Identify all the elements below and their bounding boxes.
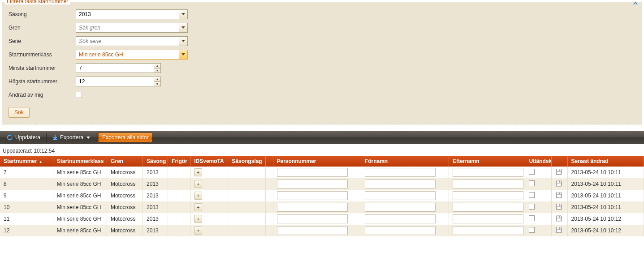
- hogsta-spin-up[interactable]: ▲: [154, 77, 161, 81]
- table-row: 10Min serie 85cc GHMotocross2013+2013-05…: [0, 201, 644, 213]
- gren-input[interactable]: [76, 23, 179, 33]
- hogsta-spin-down[interactable]: ▼: [154, 81, 161, 87]
- efternamn-input[interactable]: [453, 214, 523, 223]
- col-sasong[interactable]: Säsong: [143, 156, 168, 167]
- save-row-button[interactable]: [555, 215, 562, 222]
- cell-klass: Min serie 85cc GH: [53, 178, 107, 190]
- col-fornamn[interactable]: Förnamn: [361, 156, 449, 167]
- sasong-dropdown-button[interactable]: [179, 9, 188, 19]
- andrad-checkbox[interactable]: [76, 92, 82, 98]
- fornamn-input[interactable]: [365, 191, 436, 200]
- exportera-alla-button[interactable]: Exportera alla sidor: [98, 133, 152, 142]
- cell-save: [551, 213, 567, 225]
- panel-legend: Filtrera fasta startnummer: [5, 0, 70, 4]
- cell-gren: Motocross: [107, 167, 143, 178]
- col-gren[interactable]: Gren: [107, 156, 143, 167]
- utlandsk-checkbox[interactable]: [529, 180, 535, 186]
- col-efternamn[interactable]: Efternamn: [449, 156, 525, 167]
- efternamn-input[interactable]: [453, 226, 523, 235]
- expand-button[interactable]: +: [194, 215, 202, 223]
- gren-dropdown-button[interactable]: [179, 23, 188, 33]
- cell-frigor: [168, 178, 190, 190]
- minsta-spin-up[interactable]: ▲: [154, 63, 161, 68]
- fornamn-input[interactable]: [365, 168, 436, 177]
- table-row: 11Min serie 85cc GHMotocross2013+2013-05…: [0, 213, 644, 225]
- personnummer-input[interactable]: [277, 168, 348, 177]
- save-row-button[interactable]: [555, 180, 562, 187]
- utlandsk-checkbox[interactable]: [529, 227, 535, 233]
- col-utlandsk[interactable]: Utländsk: [525, 156, 551, 167]
- exportera-alla-label: Exportera alla sidor: [102, 134, 148, 141]
- col-frigor[interactable]: Frigör: [168, 156, 190, 167]
- minsta-input[interactable]: [76, 63, 154, 73]
- toolbar-separator: [46, 133, 47, 142]
- hogsta-input[interactable]: [76, 77, 154, 86]
- exportera-button[interactable]: Exportera: [48, 133, 94, 142]
- svg-rect-7: [557, 184, 561, 186]
- efternamn-input[interactable]: [453, 191, 523, 200]
- efternamn-input[interactable]: [453, 168, 523, 177]
- col-sasongslag[interactable]: Säsongslag: [228, 156, 266, 167]
- personnummer-input[interactable]: [277, 191, 348, 200]
- serie-input[interactable]: [76, 36, 179, 46]
- fornamn-input[interactable]: [365, 226, 436, 235]
- cell-personnummer: [273, 190, 361, 201]
- expand-button[interactable]: +: [194, 168, 202, 176]
- col-startnummer[interactable]: Startnummer▲: [0, 156, 53, 167]
- personnummer-input[interactable]: [277, 214, 348, 223]
- save-row-button[interactable]: [555, 203, 562, 210]
- sasong-combo[interactable]: [76, 9, 188, 19]
- save-row-button[interactable]: [555, 227, 562, 234]
- utlandsk-checkbox[interactable]: [529, 204, 535, 210]
- cell-sasong: 2013: [143, 178, 168, 190]
- cell-klass: Min serie 85cc GH: [53, 213, 107, 225]
- expand-button[interactable]: +: [194, 203, 202, 211]
- chevron-down-icon: [86, 137, 90, 139]
- gren-combo[interactable]: [76, 23, 188, 33]
- col-startnummerklass[interactable]: Startnummerklass: [53, 156, 107, 167]
- cell-sasongslag: [228, 213, 266, 225]
- startnummerklass-dropdown-button[interactable]: [179, 50, 188, 60]
- utlandsk-checkbox[interactable]: [529, 169, 535, 175]
- expand-button[interactable]: +: [194, 227, 202, 235]
- grid-header-row: Startnummer▲ Startnummerklass Gren Säson…: [0, 156, 644, 167]
- startnummerklass-combo[interactable]: [76, 50, 188, 60]
- save-row-button[interactable]: [555, 192, 562, 199]
- utlandsk-checkbox[interactable]: [529, 215, 535, 221]
- startnummerklass-input[interactable]: [76, 50, 179, 60]
- search-button[interactable]: Sök: [9, 107, 30, 118]
- download-icon: [52, 134, 58, 141]
- label-gren: Gren: [9, 25, 76, 31]
- minsta-spin-down[interactable]: ▼: [154, 68, 161, 73]
- personnummer-input[interactable]: [277, 226, 348, 235]
- collapse-panel-button[interactable]: [632, 1, 639, 6]
- col-idsvemota[interactable]: IDSvemoTA: [190, 156, 228, 167]
- cell-sasong: 2013: [143, 201, 168, 213]
- expand-button[interactable]: +: [194, 180, 202, 188]
- uppdatera-button[interactable]: Uppdatera: [3, 133, 44, 142]
- hogsta-spinner[interactable]: ▲ ▼: [76, 77, 161, 86]
- efternamn-input[interactable]: [453, 203, 523, 212]
- fornamn-input[interactable]: [365, 180, 436, 188]
- utlandsk-checkbox[interactable]: [529, 192, 535, 198]
- serie-dropdown-button[interactable]: [179, 36, 188, 46]
- cell-save: [551, 190, 567, 201]
- personnummer-input[interactable]: [277, 203, 348, 212]
- fornamn-input[interactable]: [365, 203, 436, 212]
- efternamn-input[interactable]: [453, 180, 523, 188]
- expand-button[interactable]: +: [194, 192, 202, 200]
- sasong-input[interactable]: [76, 9, 179, 19]
- serie-combo[interactable]: [76, 36, 188, 46]
- cell-gren: Motocross: [107, 213, 143, 225]
- col-senast[interactable]: Senast ändrad: [567, 156, 644, 167]
- fornamn-input[interactable]: [365, 214, 436, 223]
- cell-startnummer: 7: [0, 167, 53, 178]
- cell-gren: Motocross: [107, 225, 143, 236]
- col-personnummer[interactable]: Personnummer: [273, 156, 361, 167]
- save-row-button[interactable]: [555, 168, 562, 175]
- cell-efternamn: [449, 178, 525, 190]
- personnummer-input[interactable]: [277, 180, 348, 188]
- cell-idsvemota: +: [190, 213, 228, 225]
- cell-fornamn: [361, 225, 449, 236]
- minsta-spinner[interactable]: ▲ ▼: [76, 63, 161, 73]
